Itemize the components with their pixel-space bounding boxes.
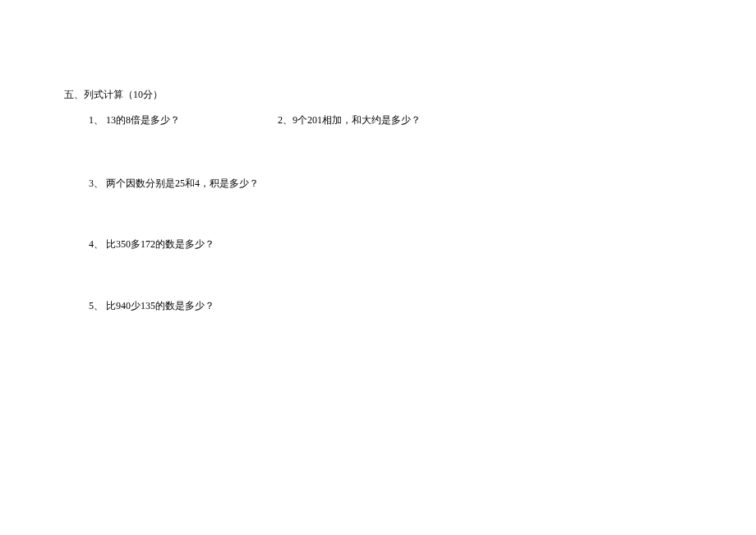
- question-1: 1、 13的8倍是多少？: [89, 113, 278, 127]
- question-5: 5、 比940少135的数是多少？: [64, 299, 689, 313]
- section-title: 五、列式计算（10分）: [64, 88, 689, 102]
- question-4: 4、 比350多172的数是多少？: [64, 238, 689, 251]
- question-row-1-2: 1、 13的8倍是多少？ 2、9个201相加，和大约是多少？: [64, 113, 689, 127]
- question-3: 3、 两个因数分别是25和4，积是多少？: [64, 177, 689, 191]
- exam-page: 五、列式计算（10分） 1、 13的8倍是多少？ 2、9个201相加，和大约是多…: [64, 88, 689, 313]
- question-2: 2、9个201相加，和大约是多少？: [278, 113, 689, 127]
